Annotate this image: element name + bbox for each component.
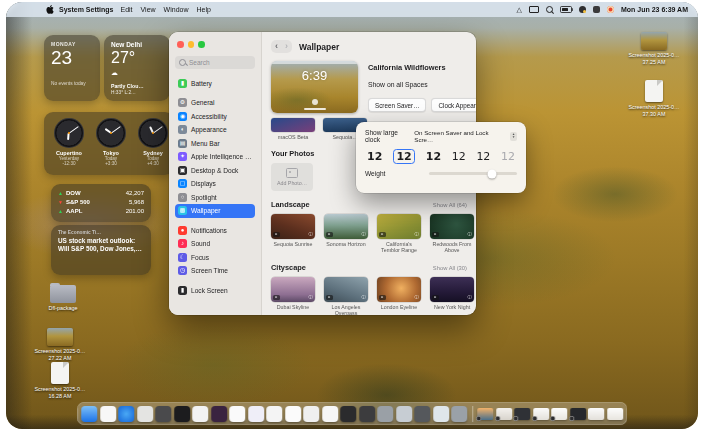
clock-style-option-4[interactable]: 12 [452, 150, 466, 163]
news-widget[interactable]: The Economic Ti… US stock market outlook… [51, 225, 151, 275]
sidebar-item-accessibility[interactable]: ◉ Accessibility [175, 110, 255, 124]
user-switch-icon[interactable] [593, 6, 600, 13]
menu-clock[interactable]: Mon Jun 23 6:39 AM [621, 6, 688, 13]
wallpaper-item[interactable]: ▸ ⓘ Sequoia Sunrise [271, 214, 315, 253]
dock-icon-app-store[interactable] [174, 406, 190, 422]
clock-style-option-6[interactable]: 12 [501, 150, 515, 163]
dock-minimized-window[interactable] [533, 408, 549, 420]
desktop-folder[interactable]: Dfl-package [31, 285, 95, 312]
desktop-screenshot-2[interactable]: Screenshot 2025-0…16.28 AM [28, 362, 92, 399]
apple-menu-icon[interactable] [46, 5, 54, 14]
info-icon[interactable]: ⓘ [362, 295, 367, 300]
info-icon[interactable]: ⓘ [362, 232, 367, 237]
desktop-screenshot-3[interactable]: Screenshot 2025-0…37.25 AM [622, 32, 686, 65]
world-clock-widget[interactable]: Cupertino Yesterday -12:30 Tokyo Today +… [44, 112, 174, 175]
info-icon[interactable]: ⓘ [468, 295, 473, 300]
menu-help[interactable]: Help [196, 6, 210, 13]
dock-icon-swatches[interactable] [322, 406, 338, 422]
sidebar-item-general[interactable]: ⚙ General [175, 96, 255, 110]
info-icon[interactable]: ⓘ [309, 232, 314, 237]
dock-minimized-window[interactable] [496, 408, 512, 420]
sidebar-item-menu-bar[interactable]: ▤ Menu Bar [175, 137, 255, 151]
sidebar-search-field[interactable]: Search [175, 56, 255, 69]
weight-slider[interactable] [429, 172, 517, 176]
dock-minimized-window[interactable] [570, 408, 586, 420]
show-clock-dropdown[interactable]: On Screen Saver and Lock Scre… ▲ ▼ [414, 129, 517, 143]
dock-icon-music[interactable] [229, 406, 245, 422]
sidebar-item-battery[interactable]: ▮ Battery [175, 77, 255, 91]
wallpaper-item[interactable]: ▸ ⓘ Sonoma Horizon [324, 214, 368, 253]
dock-icon-freeform[interactable] [303, 406, 319, 422]
menu-app-name[interactable]: System Settings [59, 6, 113, 13]
voice-memo-icon[interactable] [579, 6, 586, 13]
dock-icon-calendar[interactable] [100, 406, 116, 422]
dock-icon-finder[interactable] [81, 406, 97, 422]
info-icon[interactable]: ⓘ [415, 295, 420, 300]
wallpaper-item[interactable]: ▸ ⓘ London Eyeline [377, 277, 421, 315]
menu-view[interactable]: View [141, 6, 156, 13]
close-button[interactable] [177, 41, 184, 48]
menu-window[interactable]: Window [164, 6, 189, 13]
calendar-widget[interactable]: MONDAY 23 No events today [44, 35, 100, 101]
sidebar-item-displays[interactable]: ▢ Displays [175, 177, 255, 191]
dock-minimized-window[interactable] [588, 408, 604, 420]
dock-icon-preview[interactable] [340, 406, 356, 422]
dock-icon-health[interactable] [359, 406, 375, 422]
forward-button[interactable]: › [285, 41, 288, 52]
dock-icon-display[interactable] [396, 406, 412, 422]
sidebar-item-sound[interactable]: ♪ Sound [175, 237, 255, 251]
clock-style-option-1[interactable]: 12 [367, 150, 382, 163]
dock-icon-maps[interactable] [433, 406, 449, 422]
wallpaper-item[interactable]: ▸ ⓘ California's Temblor Range [377, 214, 421, 253]
dock-icon-pages[interactable] [266, 406, 282, 422]
info-icon[interactable]: ⓘ [415, 232, 420, 237]
dock-minimized-window[interactable] [477, 408, 493, 420]
dock-icon-weather[interactable] [377, 406, 393, 422]
sidebar-item-appearance[interactable]: ◐ Appearance [175, 123, 255, 137]
dock-icon-notes[interactable] [137, 406, 153, 422]
battery-icon[interactable] [560, 6, 572, 13]
sidebar-item-desktop-dock[interactable]: ▣ Desktop & Dock [175, 164, 255, 178]
clock-style-option-2-selected[interactable]: 12 [393, 149, 415, 164]
sidebar-item-spotlight[interactable]: ○ Spotlight [175, 191, 255, 205]
sidebar-item-notifications[interactable]: ● Notifications [175, 224, 255, 238]
sidebar-item-wallpaper[interactable]: ▩ Wallpaper [175, 204, 255, 218]
info-icon[interactable]: ⓘ [309, 295, 314, 300]
wallpaper-item[interactable]: ▸ ⓘ Los Angeles Overpass [324, 277, 368, 315]
dock-minimized-window[interactable] [551, 408, 567, 420]
desktop-screenshot-4[interactable]: Screenshot 2025-0…37.30 AM [622, 80, 686, 117]
clock-style-option-5[interactable]: 12 [476, 150, 490, 163]
display-icon[interactable] [529, 6, 539, 13]
dock-icon-podcasts[interactable] [248, 406, 264, 422]
dock-icon-messages[interactable] [155, 406, 171, 422]
dock-icon-safari[interactable] [118, 406, 134, 422]
zoom-button[interactable] [198, 41, 205, 48]
sidebar-item-lock-screen[interactable]: ▮ Lock Screen [175, 284, 255, 298]
search-icon[interactable] [546, 6, 553, 13]
weather-widget[interactable]: New Delhi 27° ☁ Partly Clou… H:33° L:2… [104, 35, 170, 101]
sidebar-item-focus[interactable]: ☾ Focus [175, 251, 255, 265]
desktop-screenshot-1[interactable]: Screenshot 2025-0…27.22 AM [28, 328, 92, 361]
dock-icon-opera[interactable] [192, 406, 208, 422]
clock-appearance-button[interactable]: Clock Appearance… [431, 98, 476, 112]
add-photo-tile[interactable]: Add Photo… [271, 163, 313, 191]
thumb-macos-beta[interactable]: macOS Beta [271, 118, 315, 140]
dock-icon-system[interactable] [414, 406, 430, 422]
dock-icon-files[interactable] [451, 406, 467, 422]
info-icon[interactable]: ⓘ [468, 232, 473, 237]
sidebar-item-screen-time[interactable]: ◷ Screen Time [175, 264, 255, 278]
wallpaper-item[interactable]: ▸ ⓘ New York Night [430, 277, 474, 315]
sidebar-item-apple-intelligence[interactable]: ✦ Apple Intelligence & Siri [175, 150, 255, 164]
overlay-triangle-icon[interactable]: △ [517, 6, 522, 13]
dock-icon-slack[interactable] [211, 406, 227, 422]
stocks-widget[interactable]: ▲ DOW 42,207 ▼ S&P 500 5,968 ▲ AAPL 201.… [51, 184, 151, 222]
dock-minimized-window[interactable] [514, 408, 530, 420]
show-all-cityscape[interactable]: Show All (30) [433, 265, 467, 271]
minimize-button[interactable] [188, 41, 195, 48]
clock-style-option-3[interactable]: 12 [426, 150, 441, 163]
show-all-landscape[interactable]: Show All (64) [433, 202, 467, 208]
back-button[interactable]: ‹ [275, 41, 278, 52]
slider-knob[interactable] [488, 169, 497, 178]
wallpaper-item[interactable]: ▸ ⓘ Redwoods From Above [430, 214, 474, 253]
menu-edit[interactable]: Edit [120, 6, 132, 13]
